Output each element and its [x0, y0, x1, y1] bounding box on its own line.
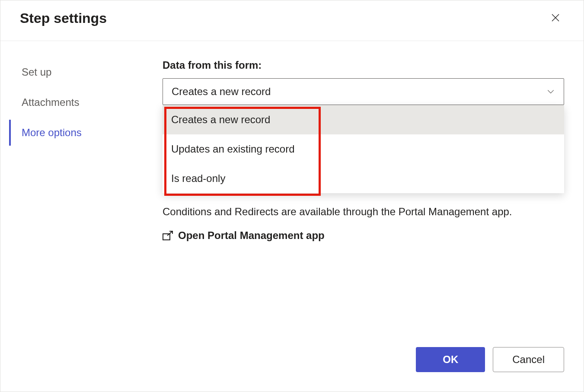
dropdown-option-updates-existing[interactable]: Updates an existing record	[163, 134, 564, 164]
sidebar-item-attachments[interactable]: Attachments	[9, 89, 150, 115]
dropdown-option-creates-new[interactable]: Creates a new record	[163, 105, 564, 134]
external-link-icon	[163, 231, 173, 240]
dropdown-option-read-only[interactable]: Is read-only	[163, 164, 564, 193]
data-from-form-dropdown: Creates a new record Updates an existing…	[163, 105, 564, 193]
dialog-footer: OK Cancel	[0, 338, 584, 392]
ok-button[interactable]: OK	[416, 347, 485, 372]
open-portal-management-link[interactable]: Open Portal Management app	[163, 229, 564, 242]
dialog-header: Step settings	[0, 0, 584, 41]
cancel-button[interactable]: Cancel	[493, 347, 564, 372]
main-content: Data from this form: Creates a new recor…	[150, 59, 584, 338]
sidebar-item-setup[interactable]: Set up	[9, 59, 150, 85]
select-value: Creates a new record	[172, 86, 271, 98]
chevron-down-icon	[546, 87, 555, 96]
data-from-form-select[interactable]: Creates a new record	[163, 78, 564, 105]
dialog-title: Step settings	[20, 10, 107, 26]
step-settings-dialog: Step settings Set up Attachments More op…	[0, 0, 584, 392]
data-from-form-select-wrapper: Creates a new record Creates a new recor…	[163, 78, 564, 105]
hint-text: Conditions and Redirects are available t…	[163, 204, 564, 219]
close-button[interactable]	[547, 9, 564, 28]
dialog-body: Set up Attachments More options Data fro…	[0, 41, 584, 338]
open-portal-management-label: Open Portal Management app	[178, 229, 325, 242]
close-icon	[550, 13, 561, 23]
sidebar-item-more-options[interactable]: More options	[9, 120, 150, 146]
settings-sidebar: Set up Attachments More options	[0, 59, 150, 338]
data-from-form-label: Data from this form:	[163, 59, 564, 71]
